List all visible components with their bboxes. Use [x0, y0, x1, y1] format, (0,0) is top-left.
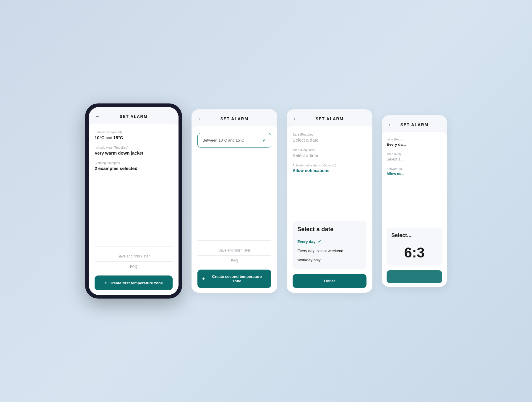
screen3-field-time: Time (Required) Select a time [293, 148, 366, 158]
screen3-date-option-except-weekend[interactable]: Every day except weekend [297, 246, 362, 255]
screen3-content: ← SET ALARM Date (Required) Select a dat… [287, 109, 372, 293]
screen2-temp-chip[interactable]: Between 10°C and 15°C ✓ [197, 133, 271, 147]
screen1-field-clothing-label: Clothing examples [95, 161, 173, 165]
screen3-header: ← SET ALARM [287, 109, 372, 126]
screen4-field-date-label: Date (Requ... [387, 138, 442, 141]
screen3-back-arrow[interactable]: ← [293, 116, 298, 122]
screen2-card: ← SET ALARM Between 10°C and 15°C ✓ Save… [192, 109, 277, 293]
screen4-field-notif: Activate no... Allow no... [387, 167, 442, 176]
screen4-field-notif-label: Activate no... [387, 167, 442, 171]
screen2-back-arrow[interactable]: ← [197, 116, 203, 122]
screen1-divider1 [95, 246, 173, 247]
screen2-content: ← SET ALARM Between 10°C and 15°C ✓ Save… [192, 109, 277, 293]
screen2-faq[interactable]: FAQ [197, 256, 271, 266]
screen3-spacer [293, 179, 366, 221]
screen4-time-display[interactable]: 6:3 [391, 244, 437, 261]
screen4-body: Date (Requ... Every da... Time (Requ... … [382, 132, 447, 287]
phone-frame: ← SET ALARM Between (Required) 10°C and … [85, 103, 182, 299]
screen3-field-time-label: Time (Required) [293, 148, 366, 152]
screen4-header: ← SET ALARM [382, 115, 447, 132]
screen3-body: Date (Required) Select a date Time (Requ… [287, 126, 372, 293]
screen1-body: Between (Required) 10°C and 15°C I shoul… [89, 124, 179, 295]
screen1-field-clothing-value: 2 examples selected [95, 166, 173, 171]
screen1-title: SET ALARM [120, 114, 148, 119]
screen1-back-arrow[interactable]: ← [95, 114, 100, 120]
screen3-cta-label: Done! [324, 279, 335, 283]
screen1-field-temp-value: 10°C and 15°C [95, 135, 173, 140]
screen2-title: SET ALARM [220, 116, 249, 121]
screen4-back-arrow[interactable]: ← [388, 122, 393, 128]
screen4-date-panel-title: Select... [391, 232, 437, 239]
screen4-field-notif-value[interactable]: Allow no... [387, 172, 442, 176]
temp-high: 15°C [113, 135, 123, 140]
screen1-field-clothing: Clothing examples 2 examples selected [95, 161, 173, 171]
screen2-body: Between 10°C and 15°C ✓ Save and finish … [192, 126, 277, 293]
screen3-date-option-everyday-check: ✓ [318, 239, 321, 244]
screen2-header: ← SET ALARM [192, 109, 277, 126]
screen3-card: ← SET ALARM Date (Required) Select a dat… [287, 109, 372, 293]
screen3-field-time-value[interactable]: Select a time [293, 153, 366, 158]
screen2-cta-icon: + [202, 276, 205, 281]
screen3-field-notif-value[interactable]: Allow notifications [293, 168, 366, 173]
screen4-card: ← SET ALARM Date (Requ... Every da... Ti… [382, 115, 447, 287]
screen2-divider [197, 240, 271, 241]
screen3-cta-button[interactable]: Done! [293, 274, 366, 288]
screen4-field-time-value[interactable]: Select a... [387, 157, 442, 161]
screen3-field-date: Date (Required) Select a date [293, 133, 366, 142]
screen3-date-panel: Select a date Every day ✓ Every day exce… [293, 221, 366, 269]
screen3-date-panel-title: Select a date [297, 226, 362, 233]
screen4-field-time-label: Time (Requ... [387, 153, 442, 156]
screen2-cta-button[interactable]: + Create second temperature zone [197, 270, 271, 288]
phone-inner: ← SET ALARM Between (Required) 10°C and … [89, 107, 179, 295]
screen2-cta-label: Create second temperature zone [207, 274, 267, 283]
screen2-spacer [197, 153, 271, 239]
screen4-field-time: Time (Requ... Select a... [387, 153, 442, 161]
screen1-content: ← SET ALARM Between (Required) 10°C and … [89, 107, 179, 295]
screen4-date-panel: Select... 6:3 [387, 228, 442, 265]
screen4-content: ← SET ALARM Date (Requ... Every da... Ti… [382, 115, 447, 287]
screen1-cta-button[interactable]: + Create first temperature zone [95, 275, 173, 290]
screens-container: ← SET ALARM Between (Required) 10°C and … [73, 92, 459, 310]
screen1-cta-label: Create first temperature zone [109, 281, 163, 285]
screen3-date-option-except-weekend-label: Every day except weekend [297, 249, 343, 253]
screen3-date-option-workday[interactable]: Workday only [297, 255, 362, 265]
screen1-field-wear: I should wear (Required) Very warm down … [95, 146, 173, 155]
screen1-spacer [95, 177, 173, 245]
screen3-title: SET ALARM [316, 116, 344, 121]
screen2-chip-check: ✓ [262, 137, 266, 143]
screen4-field-date-value[interactable]: Every da... [387, 142, 442, 147]
screen2-save-later[interactable]: Save and finish later [197, 245, 271, 256]
screen1-save-later[interactable]: Save and finish later [95, 251, 173, 262]
screen3-date-option-everyday-label: Every day [297, 239, 315, 244]
screen3-field-notif-label: Activate notifications (Required) [293, 164, 366, 167]
screen4-cta-button[interactable] [387, 270, 442, 283]
screen4-cta-label [414, 275, 415, 279]
screen3-field-notif: Activate notifications (Required) Allow … [293, 164, 366, 173]
screen1-cta-icon: + [104, 280, 107, 286]
screen4-field-date: Date (Requ... Every da... [387, 138, 442, 147]
screen3-date-option-workday-label: Workday only [297, 258, 321, 262]
temp-low: 10°C [95, 135, 105, 140]
screen4-spacer [387, 182, 442, 228]
screen1-header: ← SET ALARM [89, 107, 179, 124]
screen1-faq[interactable]: FAQ [95, 262, 173, 272]
screen3-field-date-label: Date (Required) [293, 133, 366, 136]
screen2-chip-text: Between 10°C and 15°C [202, 138, 244, 142]
screen3-date-option-everyday[interactable]: Every day ✓ [297, 237, 362, 246]
screen1-field-wear-value: Very warm down jacket [95, 150, 173, 155]
screen1-field-temp-label: Between (Required) [95, 131, 173, 134]
screen1-field-temp: Between (Required) 10°C and 15°C [95, 131, 173, 140]
screen1-field-wear-label: I should wear (Required) [95, 146, 173, 149]
screen3-field-date-value[interactable]: Select a date [293, 137, 366, 142]
screen4-title: SET ALARM [400, 122, 429, 127]
temp-and: and [106, 136, 113, 140]
